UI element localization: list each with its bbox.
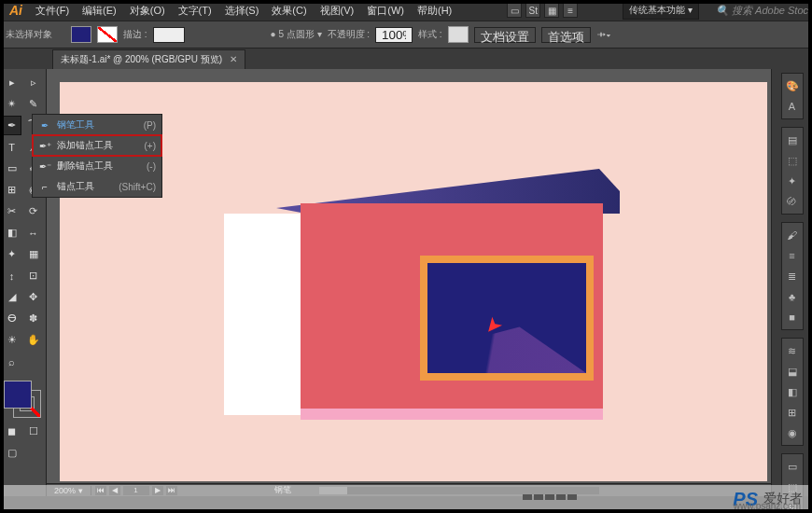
hdr-icon-1[interactable]: ▭: [507, 3, 522, 18]
footer-segments: [523, 494, 577, 500]
control-bar: 未选择对象 描边 : ● 5 点圆形 ▾ 不透明度 : 样式 : 文档设置 首选…: [0, 21, 812, 49]
fill-stroke-control[interactable]: [2, 379, 43, 420]
tool-width[interactable]: ◧: [2, 223, 21, 243]
tool-scale[interactable]: ⟳: [23, 201, 43, 221]
menu-file[interactable]: 文件(F): [30, 2, 75, 20]
style-label: 样式 :: [418, 28, 442, 41]
panel-grad-icon[interactable]: ≡: [784, 247, 801, 264]
panel-align-icon[interactable]: ≣: [784, 268, 801, 284]
document-tab-title: 未标题-1.ai* @ 200% (RGB/GPU 预览): [61, 53, 222, 66]
pen-icon: ✒: [38, 120, 51, 131]
tool-artboard[interactable]: ☀: [2, 330, 21, 350]
shape-window: ➤: [420, 256, 594, 381]
search-input[interactable]: 🔍 搜索 Adobe Stoc: [703, 4, 808, 18]
tool-mesh[interactable]: ↕: [2, 266, 21, 285]
panel-artboards-icon[interactable]: ▭: [784, 458, 801, 475]
tool-lasso[interactable]: ✎: [23, 94, 43, 114]
hdr-icon-3[interactable]: ▦: [544, 3, 559, 18]
tool-rotate[interactable]: ✂: [2, 201, 21, 221]
tool-rectangle[interactable]: ▭: [2, 159, 21, 178]
hdr-icon-arrange[interactable]: ≡: [563, 3, 578, 18]
tool-blank: [23, 352, 43, 371]
pen-plus-icon: ✒⁺: [38, 141, 51, 151]
menu-type[interactable]: 文字(T): [173, 2, 217, 20]
panel-trans-icon[interactable]: ■: [784, 309, 801, 326]
panel-color-icon[interactable]: 🎨: [784, 77, 801, 94]
panel-transparency-icon[interactable]: ◧: [784, 383, 801, 400]
panel-symbols-icon[interactable]: ✦: [784, 173, 801, 189]
fill-swatch[interactable]: [71, 26, 91, 43]
flyout-delete-anchor-tool[interactable]: ✒⁻ 删除锚点工具 (-): [33, 156, 161, 176]
shape-window-glass: ➤: [427, 263, 586, 373]
menu-object[interactable]: 对象(O): [124, 2, 171, 20]
panel-brushes-icon[interactable]: ⬚: [784, 152, 801, 169]
tool-magic-wand[interactable]: ✴: [2, 94, 21, 114]
tool-symbol-spray[interactable]: ⴱ: [2, 309, 21, 328]
document-tab[interactable]: 未标题-1.ai* @ 200% (RGB/GPU 预览) ✕: [52, 49, 245, 69]
panel-swatches-icon[interactable]: ▤: [784, 132, 801, 148]
pen-tool-flyout: ✒ 钢笔工具 (P) ✒⁺ 添加锚点工具 (+) ✒⁻ 删除锚点工具 (-) ⌐…: [32, 114, 162, 198]
watermark-footer: PS 爱好者: [0, 485, 812, 513]
color-mode-none[interactable]: ☐: [23, 422, 43, 441]
tool-free-transform[interactable]: ↔: [23, 223, 43, 243]
menubar: Ai 文件(F) 编辑(E) 对象(O) 文字(T) 选择(S) 效果(C) 视…: [0, 0, 812, 21]
shape-floor: [301, 409, 603, 420]
selection-status: 未选择对象: [6, 28, 52, 41]
tool-graph[interactable]: ✽: [23, 309, 43, 328]
style-swatch[interactable]: [448, 26, 469, 43]
panel-graphicstyle-icon[interactable]: ⬓: [784, 363, 801, 380]
right-panel-dock: 🎨A ▤⬚✦〄 🖌≡≣♣■ ≋⬓◧⊞◉ ▭⬚⊞ ≡◐◑: [771, 69, 812, 496]
menu-view[interactable]: 视图(V): [315, 2, 360, 20]
stroke-weight-input[interactable]: [153, 27, 185, 43]
tool-pen[interactable]: ✒: [2, 116, 21, 135]
stroke-label: 描边 :: [123, 28, 147, 41]
pen-minus-icon: ✒⁻: [38, 161, 51, 172]
color-mode-solid[interactable]: ◼: [2, 422, 21, 441]
fill-indicator[interactable]: [4, 381, 32, 409]
panel-layers-icon[interactable]: ⊞: [784, 404, 801, 421]
tool-selection[interactable]: ▸: [2, 73, 21, 92]
menu-help[interactable]: 帮助(H): [412, 2, 457, 20]
menu-effect[interactable]: 效果(C): [266, 2, 312, 20]
tool-gradient[interactable]: ⊡: [23, 266, 43, 285]
tool-direct-select[interactable]: ▹: [23, 73, 43, 92]
tool-perspective[interactable]: ▦: [23, 244, 43, 264]
screen-mode[interactable]: ▢: [2, 443, 21, 463]
shape-white-box: [224, 214, 301, 415]
flyout-pen-tool[interactable]: ✒ 钢笔工具 (P): [33, 115, 161, 135]
artboard: ➤: [60, 82, 767, 481]
tool-shaper[interactable]: ⊞: [2, 180, 21, 200]
watermark-url: www.psahz.com: [734, 501, 801, 511]
hdr-icon-2[interactable]: St: [525, 3, 540, 18]
close-tab-icon[interactable]: ✕: [230, 54, 237, 64]
menu-select[interactable]: 选择(S): [219, 2, 265, 20]
convert-anchor-icon: ⌐: [38, 182, 51, 192]
panel-stroke-icon[interactable]: 🖌: [784, 227, 801, 243]
tool-shapebuilder[interactable]: ✦: [2, 244, 21, 264]
opacity-input[interactable]: [375, 27, 413, 43]
panel-asset-icon[interactable]: ◉: [784, 424, 801, 441]
opacity-label: 不透明度 :: [328, 28, 371, 41]
panel-char-icon[interactable]: A: [784, 98, 801, 115]
flyout-add-anchor-tool[interactable]: ✒⁺ 添加锚点工具 (+): [33, 135, 161, 156]
tool-type[interactable]: T: [2, 137, 21, 157]
panel-appearance-icon[interactable]: ≋: [784, 342, 801, 359]
panel-link-icon[interactable]: 〄: [784, 193, 801, 210]
tool-blend[interactable]: ✥: [23, 287, 43, 307]
panel-pathfinder-icon[interactable]: ♣: [784, 288, 801, 305]
brush-preset[interactable]: ● 5 点圆形 ▾: [271, 28, 322, 41]
stroke-swatch[interactable]: [97, 26, 118, 43]
app-logo: Ai: [4, 3, 28, 18]
pin-icon[interactable]: ⭼▾: [596, 30, 610, 40]
tool-eyedropper[interactable]: ◢: [2, 287, 21, 307]
doc-setup-button[interactable]: 文档设置: [474, 27, 536, 43]
tool-hand[interactable]: ✋: [23, 330, 43, 350]
document-tabbar: 未标题-1.ai* @ 200% (RGB/GPU 预览) ✕: [0, 49, 812, 69]
prefs-button[interactable]: 首选项: [541, 27, 591, 43]
workspace-switcher[interactable]: 传统基本功能 ▾: [623, 1, 699, 20]
flyout-anchor-tool[interactable]: ⌐ 锚点工具 (Shift+C): [33, 176, 161, 197]
menu-edit[interactable]: 编辑(E): [77, 2, 122, 20]
menu-window[interactable]: 窗口(W): [361, 2, 410, 20]
tool-zoom[interactable]: ⌕: [2, 352, 21, 371]
